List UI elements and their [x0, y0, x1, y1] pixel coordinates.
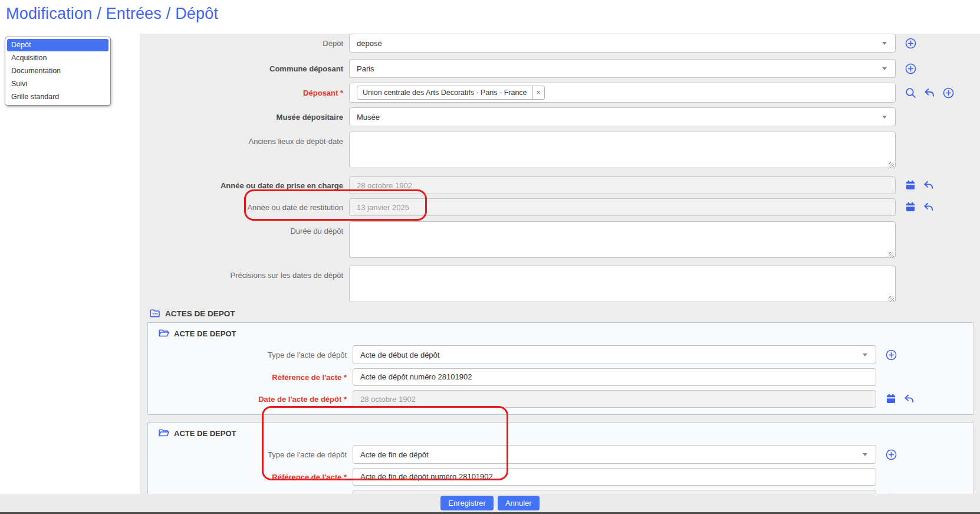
field-label: Référence de l'acte *: [148, 473, 353, 482]
field-label: Commune déposant: [140, 64, 349, 73]
field-label: Durée du dépôt: [140, 221, 349, 235]
undo-icon[interactable]: [923, 87, 936, 99]
field-row-acte2-type: Type de l'acte de dépôt Acte de fin de d…: [148, 445, 974, 464]
field-row-acte1-type: Type de l'acte de dépôt Acte de début de…: [148, 345, 974, 364]
field-row-precisions: Précisions sur les dates de dépôt: [140, 266, 980, 305]
resize-handle[interactable]: [889, 162, 894, 168]
duree-depot-textarea[interactable]: [349, 221, 896, 258]
field-row-duree: Durée du dépôt: [140, 221, 980, 260]
field-label: Déposant *: [140, 89, 349, 97]
page-title: Modification / Entrées / Dépôt: [6, 5, 218, 23]
commune-deposant-select[interactable]: Paris: [349, 59, 896, 78]
folder-icon: [149, 307, 161, 319]
acte1-type-value: Acte de début de dépôt: [360, 351, 439, 359]
calendar-icon[interactable]: [885, 393, 897, 405]
chevron-down-icon: [882, 116, 887, 119]
restitution-value: 13 janvier 2025: [357, 203, 409, 212]
cancel-button[interactable]: Annuler: [498, 496, 540, 510]
field-row-acte1-reference: Référence de l'acte *: [148, 368, 974, 386]
field-row-acte1-date: Date de l'acte de dépôt * 28 octobre 190…: [148, 390, 974, 408]
sidebar-item-documentation[interactable]: Documentation: [7, 65, 108, 77]
field-row-restitution: Année ou date de restitution 13 janvier …: [140, 198, 980, 216]
folder-open-icon: [158, 328, 170, 339]
acte2-type-value: Acte de fin de dépôt: [360, 450, 429, 459]
add-circle-icon[interactable]: [905, 37, 917, 50]
save-button[interactable]: Enregistrer: [440, 496, 494, 510]
depot-select[interactable]: déposé: [349, 34, 896, 53]
add-circle-icon[interactable]: [885, 349, 897, 361]
required-asterisk: *: [344, 395, 347, 404]
field-row-musee-depositaire: Musée dépositaire Musée: [140, 107, 980, 126]
precisions-dates-textarea[interactable]: [349, 266, 896, 302]
acte-box-1: ACTE DE DEPOT Type de l'acte de dépôt Ac…: [147, 322, 974, 415]
acte1-type-select[interactable]: Acte de début de dépôt: [353, 345, 876, 364]
resize-handle[interactable]: [889, 252, 894, 257]
acte-box-header: ACTE DE DEPOT: [148, 426, 974, 443]
field-label: Type de l'acte de dépôt: [148, 351, 353, 359]
deposant-chip-label: Union centrale des Arts Décoratifs - Par…: [357, 86, 532, 99]
musee-depositaire-select-value: Musée: [357, 113, 380, 122]
chevron-down-icon: [863, 353, 867, 356]
field-label: Référence de l'acte *: [148, 373, 353, 382]
actes-section-header: ACTES DE DEPOT: [140, 308, 980, 319]
undo-icon[interactable]: [923, 201, 935, 213]
sidebar-item-acquisition[interactable]: Acquisition: [7, 52, 108, 64]
field-row-deposant: Déposant * Union centrale des Arts Décor…: [140, 83, 980, 103]
prise-en-charge-value: 28 octobre 1902: [357, 181, 412, 190]
sidebar-item-suivi[interactable]: Suivi: [7, 78, 108, 90]
chevron-down-icon: [882, 42, 887, 45]
footer-bar: Enregistrer Annuler: [0, 494, 980, 512]
field-label: Date de l'acte de dépôt *: [148, 395, 353, 404]
field-row-anciens-lieux: Anciens lieux de dépôt-date: [140, 132, 980, 171]
commune-deposant-select-value: Paris: [357, 64, 374, 73]
field-row-acte2-reference: Référence de l'acte *: [148, 468, 974, 486]
acte2-reference-input[interactable]: [353, 468, 876, 486]
form-panel: Dépôt déposé Commune déposant Paris: [140, 34, 980, 495]
musee-depositaire-select[interactable]: Musée: [349, 107, 896, 126]
calendar-icon[interactable]: [905, 201, 916, 213]
restitution-input[interactable]: 13 janvier 2025: [349, 198, 896, 216]
depot-select-value: déposé: [357, 39, 382, 48]
deposant-chip: Union centrale des Arts Décoratifs - Par…: [357, 86, 545, 100]
acte1-date-input[interactable]: 28 octobre 1902: [353, 390, 876, 408]
anciens-lieux-textarea[interactable]: [349, 132, 896, 168]
folder-open-icon: [158, 427, 170, 439]
field-row-commune-deposant: Commune déposant Paris: [140, 59, 980, 78]
field-label: Type de l'acte de dépôt: [148, 450, 353, 459]
prise-en-charge-input[interactable]: 28 octobre 1902: [349, 176, 896, 194]
calendar-icon[interactable]: [905, 179, 916, 191]
sidebar: Dépôt Acquisition Documentation Suivi Gr…: [5, 37, 111, 106]
sidebar-item-depot[interactable]: Dépôt: [7, 39, 108, 51]
add-circle-icon[interactable]: [942, 87, 955, 99]
required-asterisk: *: [344, 373, 347, 382]
acte-box-title: ACTE DE DEPOT: [174, 329, 236, 338]
section-title: ACTES DE DEPOT: [165, 309, 235, 318]
field-row-prise-en-charge: Année ou date de prise en charge 28 octo…: [140, 176, 980, 194]
acte-box-header: ACTE DE DEPOT: [148, 326, 974, 343]
required-asterisk: *: [340, 89, 343, 97]
required-asterisk: *: [344, 473, 347, 482]
acte1-date-value: 28 octobre 1902: [360, 395, 416, 404]
acte1-reference-input[interactable]: [353, 368, 876, 386]
chevron-down-icon: [882, 67, 887, 70]
application-window: Modification / Entrées / Dépôt Dépôt Acq…: [0, 0, 980, 514]
search-icon[interactable]: [905, 87, 917, 99]
acte-box-title: ACTE DE DEPOT: [174, 429, 236, 438]
chip-remove-button[interactable]: ×: [532, 86, 544, 99]
deposant-input[interactable]: Union centrale des Arts Décoratifs - Par…: [349, 83, 896, 103]
undo-icon[interactable]: [923, 179, 935, 191]
field-label: Dépôt: [140, 39, 349, 48]
sidebar-item-grille-standard[interactable]: Grille standard: [7, 91, 108, 103]
field-label: Anciens lieux de dépôt-date: [140, 132, 349, 146]
field-row-depot: Dépôt déposé: [140, 34, 980, 53]
field-label: Année ou date de restitution: [140, 203, 349, 212]
chevron-down-icon: [863, 453, 867, 456]
field-label: Année ou date de prise en charge: [140, 181, 349, 190]
undo-icon[interactable]: [903, 393, 915, 405]
add-circle-icon[interactable]: [885, 448, 897, 461]
add-circle-icon[interactable]: [905, 63, 917, 75]
field-label: Musée dépositaire: [140, 113, 349, 122]
resize-handle[interactable]: [889, 296, 894, 302]
field-label: Précisions sur les dates de dépôt: [140, 266, 349, 280]
acte2-type-select[interactable]: Acte de fin de dépôt: [353, 445, 876, 464]
